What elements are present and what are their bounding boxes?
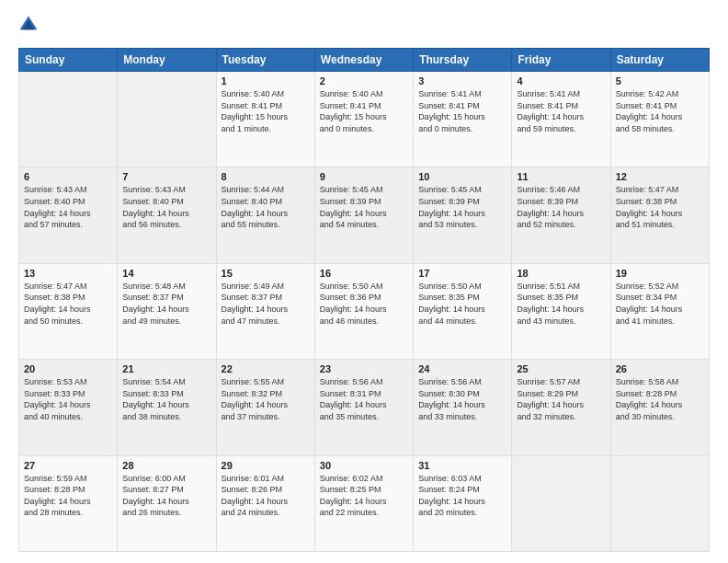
day-cell: 7Sunrise: 5:43 AM Sunset: 8:40 PM Daylig… <box>118 167 216 263</box>
day-number: 28 <box>122 460 210 471</box>
day-number: 21 <box>122 363 210 374</box>
day-info: Sunrise: 6:01 AM Sunset: 8:26 PM Dayligh… <box>222 473 310 519</box>
day-header-tuesday: Tuesday <box>216 49 314 72</box>
day-cell: 2Sunrise: 5:40 AM Sunset: 8:41 PM Daylig… <box>314 72 413 167</box>
day-number: 29 <box>222 460 310 471</box>
day-cell: 5Sunrise: 5:42 AM Sunset: 8:41 PM Daylig… <box>610 72 709 167</box>
day-info: Sunrise: 5:59 AM Sunset: 8:28 PM Dayligh… <box>24 473 112 519</box>
logo <box>18 15 42 39</box>
day-cell: 26Sunrise: 5:58 AM Sunset: 8:28 PM Dayli… <box>610 360 709 455</box>
day-number: 23 <box>320 363 408 374</box>
day-info: Sunrise: 5:56 AM Sunset: 8:30 PM Dayligh… <box>418 376 506 422</box>
day-cell: 6Sunrise: 5:43 AM Sunset: 8:40 PM Daylig… <box>19 167 118 263</box>
day-info: Sunrise: 6:03 AM Sunset: 8:24 PM Dayligh… <box>418 473 506 519</box>
day-cell: 25Sunrise: 5:57 AM Sunset: 8:29 PM Dayli… <box>512 360 610 455</box>
day-info: Sunrise: 5:57 AM Sunset: 8:29 PM Dayligh… <box>517 376 605 422</box>
day-info: Sunrise: 5:48 AM Sunset: 8:37 PM Dayligh… <box>122 281 210 327</box>
day-cell <box>118 72 216 167</box>
day-number: 3 <box>418 75 506 86</box>
calendar-header-row: SundayMondayTuesdayWednesdayThursdayFrid… <box>19 49 710 72</box>
day-info: Sunrise: 5:51 AM Sunset: 8:35 PM Dayligh… <box>517 281 605 327</box>
day-cell: 11Sunrise: 5:46 AM Sunset: 8:39 PM Dayli… <box>512 167 610 263</box>
day-number: 31 <box>418 460 506 471</box>
day-info: Sunrise: 5:45 AM Sunset: 8:39 PM Dayligh… <box>320 184 408 230</box>
day-cell: 1Sunrise: 5:40 AM Sunset: 8:41 PM Daylig… <box>216 72 314 167</box>
day-info: Sunrise: 5:49 AM Sunset: 8:37 PM Dayligh… <box>222 281 310 327</box>
day-number: 17 <box>418 268 506 279</box>
day-cell: 8Sunrise: 5:44 AM Sunset: 8:40 PM Daylig… <box>216 167 314 263</box>
day-number: 6 <box>24 171 112 182</box>
day-cell <box>19 72 118 167</box>
day-number: 18 <box>517 268 605 279</box>
day-cell: 19Sunrise: 5:52 AM Sunset: 8:34 PM Dayli… <box>610 263 709 359</box>
day-cell: 24Sunrise: 5:56 AM Sunset: 8:30 PM Dayli… <box>414 360 512 455</box>
day-cell: 27Sunrise: 5:59 AM Sunset: 8:28 PM Dayli… <box>19 455 118 551</box>
day-number: 27 <box>24 460 112 471</box>
day-header-sunday: Sunday <box>19 49 118 72</box>
day-number: 8 <box>222 171 310 182</box>
day-cell: 3Sunrise: 5:41 AM Sunset: 8:41 PM Daylig… <box>414 72 512 167</box>
day-info: Sunrise: 5:41 AM Sunset: 8:41 PM Dayligh… <box>517 88 605 134</box>
day-info: Sunrise: 5:40 AM Sunset: 8:41 PM Dayligh… <box>320 88 408 134</box>
day-cell <box>610 455 709 551</box>
day-cell: 28Sunrise: 6:00 AM Sunset: 8:27 PM Dayli… <box>118 455 216 551</box>
day-number: 25 <box>517 363 605 374</box>
day-cell: 15Sunrise: 5:49 AM Sunset: 8:37 PM Dayli… <box>216 263 314 359</box>
day-number: 7 <box>122 171 210 182</box>
day-cell: 13Sunrise: 5:47 AM Sunset: 8:38 PM Dayli… <box>19 263 118 359</box>
day-cell: 31Sunrise: 6:03 AM Sunset: 8:24 PM Dayli… <box>414 455 512 551</box>
day-number: 5 <box>616 75 704 86</box>
day-info: Sunrise: 5:58 AM Sunset: 8:28 PM Dayligh… <box>616 376 704 422</box>
day-cell: 22Sunrise: 5:55 AM Sunset: 8:32 PM Dayli… <box>216 360 314 455</box>
day-number: 1 <box>222 75 310 86</box>
day-info: Sunrise: 5:45 AM Sunset: 8:39 PM Dayligh… <box>418 184 506 230</box>
day-cell: 17Sunrise: 5:50 AM Sunset: 8:35 PM Dayli… <box>414 263 512 359</box>
day-info: Sunrise: 5:44 AM Sunset: 8:40 PM Dayligh… <box>222 184 310 230</box>
day-cell: 10Sunrise: 5:45 AM Sunset: 8:39 PM Dayli… <box>414 167 512 263</box>
day-info: Sunrise: 5:46 AM Sunset: 8:39 PM Dayligh… <box>517 184 605 230</box>
day-info: Sunrise: 5:53 AM Sunset: 8:33 PM Dayligh… <box>24 376 112 422</box>
header <box>18 15 710 39</box>
day-number: 4 <box>517 75 605 86</box>
week-row-3: 13Sunrise: 5:47 AM Sunset: 8:38 PM Dayli… <box>19 263 710 359</box>
day-cell: 9Sunrise: 5:45 AM Sunset: 8:39 PM Daylig… <box>314 167 413 263</box>
day-info: Sunrise: 5:43 AM Sunset: 8:40 PM Dayligh… <box>122 184 210 230</box>
day-header-friday: Friday <box>512 49 610 72</box>
day-info: Sunrise: 6:00 AM Sunset: 8:27 PM Dayligh… <box>122 473 210 519</box>
day-cell: 18Sunrise: 5:51 AM Sunset: 8:35 PM Dayli… <box>512 263 610 359</box>
day-header-monday: Monday <box>118 49 216 72</box>
day-number: 14 <box>122 268 210 279</box>
day-number: 16 <box>320 268 408 279</box>
day-number: 26 <box>616 363 704 374</box>
day-info: Sunrise: 5:56 AM Sunset: 8:31 PM Dayligh… <box>320 376 408 422</box>
day-number: 24 <box>418 363 506 374</box>
day-info: Sunrise: 5:42 AM Sunset: 8:41 PM Dayligh… <box>616 88 704 134</box>
day-info: Sunrise: 5:52 AM Sunset: 8:34 PM Dayligh… <box>616 281 704 327</box>
day-info: Sunrise: 5:40 AM Sunset: 8:41 PM Dayligh… <box>222 88 310 134</box>
day-cell: 29Sunrise: 6:01 AM Sunset: 8:26 PM Dayli… <box>216 455 314 551</box>
calendar-table: SundayMondayTuesdayWednesdayThursdayFrid… <box>18 48 710 552</box>
day-info: Sunrise: 5:55 AM Sunset: 8:32 PM Dayligh… <box>222 376 310 422</box>
day-cell: 14Sunrise: 5:48 AM Sunset: 8:37 PM Dayli… <box>118 263 216 359</box>
day-number: 30 <box>320 460 408 471</box>
day-info: Sunrise: 5:43 AM Sunset: 8:40 PM Dayligh… <box>24 184 112 230</box>
day-number: 2 <box>320 75 408 86</box>
week-row-2: 6Sunrise: 5:43 AM Sunset: 8:40 PM Daylig… <box>19 167 710 263</box>
day-info: Sunrise: 5:54 AM Sunset: 8:33 PM Dayligh… <box>122 376 210 422</box>
day-cell <box>512 455 610 551</box>
week-row-5: 27Sunrise: 5:59 AM Sunset: 8:28 PM Dayli… <box>19 455 710 551</box>
day-number: 15 <box>222 268 310 279</box>
day-cell: 23Sunrise: 5:56 AM Sunset: 8:31 PM Dayli… <box>314 360 413 455</box>
day-info: Sunrise: 5:50 AM Sunset: 8:35 PM Dayligh… <box>418 281 506 327</box>
day-info: Sunrise: 5:41 AM Sunset: 8:41 PM Dayligh… <box>418 88 506 134</box>
day-number: 22 <box>222 363 310 374</box>
logo-icon <box>18 15 39 35</box>
day-number: 19 <box>616 268 704 279</box>
day-number: 20 <box>24 363 112 374</box>
day-number: 10 <box>418 171 506 182</box>
day-header-saturday: Saturday <box>610 49 709 72</box>
day-info: Sunrise: 5:47 AM Sunset: 8:38 PM Dayligh… <box>616 184 704 230</box>
week-row-1: 1Sunrise: 5:40 AM Sunset: 8:41 PM Daylig… <box>19 72 710 167</box>
page: SundayMondayTuesdayWednesdayThursdayFrid… <box>0 0 728 563</box>
day-cell: 21Sunrise: 5:54 AM Sunset: 8:33 PM Dayli… <box>118 360 216 455</box>
